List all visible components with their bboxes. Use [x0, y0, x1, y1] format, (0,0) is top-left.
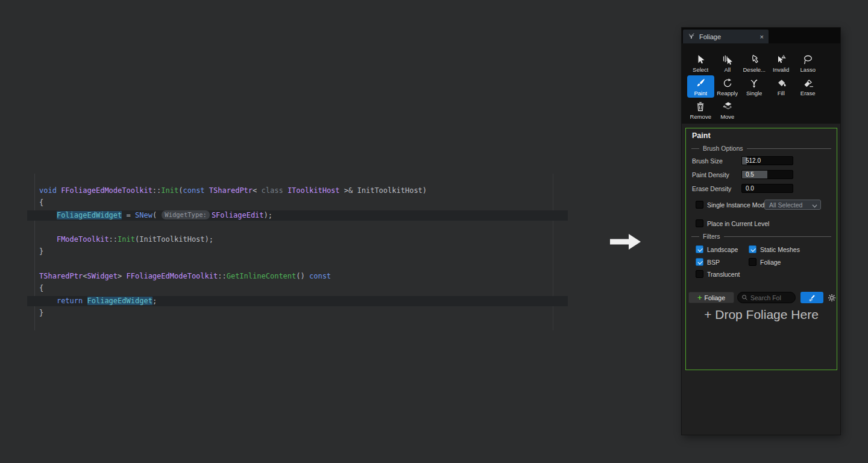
- filter-checkbox-static-meshes[interactable]: [749, 245, 756, 253]
- tool-move[interactable]: Move: [714, 99, 741, 121]
- field-value: 0.0: [746, 184, 754, 192]
- brush-options-label: Brush Options: [703, 145, 743, 152]
- field-label: Paint Density: [692, 171, 729, 178]
- tool-invalid[interactable]: Invalid: [768, 52, 795, 74]
- tool-label: Move: [720, 113, 734, 120]
- tool-label: Invalid: [773, 66, 789, 73]
- trash-icon: [694, 101, 706, 113]
- tool-label: Reapply: [717, 90, 738, 96]
- highlighted-identifier: FoliageEdWidget: [57, 211, 122, 219]
- filter-checkbox-bsp[interactable]: [696, 258, 703, 266]
- tool-lasso[interactable]: Lasso: [794, 52, 822, 74]
- tab-foliage[interactable]: Foliage ×: [683, 30, 769, 43]
- move-layers-icon: [722, 101, 734, 113]
- paint-mode-section: Paint Brush Options Brush Size512.0Paint…: [685, 128, 837, 370]
- invalid-cursor-icon: [775, 54, 787, 66]
- foliage-icon: [688, 31, 696, 42]
- brush-options-separator: Brush Options: [691, 145, 831, 152]
- select-cursor-icon: [694, 54, 706, 66]
- single-instance-icon: [748, 77, 760, 89]
- code-line: }: [39, 307, 427, 319]
- filter-label: Static Meshes: [760, 246, 800, 253]
- tab-title: Foliage: [699, 33, 721, 40]
- tool-row: SelectAllDesele...InvalidLasso: [687, 52, 822, 74]
- field-label: Brush Size: [692, 157, 723, 165]
- tool-label: Select: [693, 66, 708, 73]
- parameter-hint: WidgetType:: [162, 210, 210, 219]
- brush-size-input[interactable]: 512.0: [741, 156, 793, 165]
- tool-desele[interactable]: Desele...: [741, 52, 768, 74]
- tool-label: Lasso: [800, 66, 816, 73]
- code-editor: void FFoliageEdModeToolkit::Init(const T…: [0, 0, 603, 463]
- right-arrow-icon: [610, 233, 641, 253]
- panel-tab-bar: Foliage ×: [682, 28, 840, 43]
- tool-label: Fill: [778, 90, 785, 96]
- single-instance-label: Single Instance Mode:: [707, 201, 770, 209]
- single-instance-checkbox[interactable]: [696, 201, 703, 209]
- editor-gutter-divider: [34, 174, 35, 330]
- brush-size-row: Brush Size512.0: [686, 156, 837, 166]
- paintbrush-edit-icon: [808, 294, 816, 302]
- select-all-cursor-icon: [722, 54, 734, 66]
- tool-label: Single: [746, 90, 762, 96]
- tool-fill[interactable]: Fill: [768, 75, 795, 98]
- code-lines[interactable]: void FFoliageEdModeToolkit::Init(const T…: [39, 184, 427, 319]
- tool-all[interactable]: All: [714, 52, 741, 74]
- code-line: FModeToolkit::Init(InitToolkitHost);: [39, 233, 427, 245]
- tool-label: Paint: [694, 90, 707, 96]
- single-instance-row: Single Instance Mode: All Selected: [686, 201, 837, 210]
- single-instance-dropdown[interactable]: All Selected: [764, 200, 821, 210]
- eraser-icon: [802, 77, 814, 89]
- code-line: return FoliageEdWidget;: [39, 295, 427, 307]
- tool-paint[interactable]: Paint: [687, 75, 714, 98]
- tool-select[interactable]: Select: [687, 52, 714, 74]
- place-in-level-checkbox[interactable]: [696, 219, 703, 227]
- place-in-level-row: Place in Current Level: [686, 219, 837, 229]
- paint-brush-toggle-button[interactable]: [800, 292, 823, 303]
- code-line: {: [39, 197, 427, 209]
- code-line: void FFoliageEdModeToolkit::Init(const T…: [39, 184, 427, 197]
- foliage-search[interactable]: [737, 292, 796, 303]
- paint-density-input[interactable]: 0.5: [741, 170, 793, 179]
- close-icon[interactable]: ×: [760, 33, 764, 40]
- filter-label: Translucent: [707, 271, 740, 278]
- search-input[interactable]: [750, 294, 793, 301]
- tool-single[interactable]: Single: [741, 75, 768, 98]
- reapply-icon: [722, 77, 734, 89]
- code-line: [39, 258, 427, 270]
- gear-icon: [827, 293, 837, 303]
- settings-button[interactable]: [826, 292, 837, 303]
- search-icon: [741, 294, 748, 301]
- tool-label: Desele...: [743, 66, 766, 73]
- tool-remove[interactable]: Remove: [687, 99, 714, 121]
- filters-separator: Filters: [691, 233, 831, 240]
- filter-label: Foliage: [760, 259, 781, 266]
- code-line: [39, 221, 427, 233]
- code-line: TSharedPtr<SWidget> FFoliageEdModeToolki…: [39, 270, 427, 282]
- filter-checkbox-landscape[interactable]: [696, 245, 703, 253]
- code-line: }: [39, 245, 427, 257]
- tool-row: RemoveMove: [687, 99, 741, 121]
- erase-density-input[interactable]: 0.0: [741, 184, 793, 193]
- fill-bucket-icon: [775, 77, 787, 89]
- place-in-level-label: Place in Current Level: [707, 220, 769, 227]
- field-label: Erase Density: [692, 185, 731, 192]
- filters-label: Filters: [703, 233, 720, 240]
- add-foliage-button[interactable]: + Foliage: [688, 292, 734, 303]
- drop-foliage-zone[interactable]: + Drop Foliage Here: [686, 307, 837, 322]
- chevron-down-icon: [812, 200, 817, 210]
- filter-checkbox-translucent[interactable]: [696, 270, 703, 278]
- highlighted-identifier: FoliageEdWidget: [87, 297, 153, 305]
- foliage-toolbar: SelectAllDesele...InvalidLassoPaintReapp…: [682, 43, 840, 124]
- dropdown-value: All Selected: [769, 201, 812, 209]
- erase-density-row: Erase Density0.0: [686, 184, 837, 194]
- paintbrush-icon: [694, 77, 706, 89]
- lasso-icon: [802, 54, 814, 66]
- filter-checkbox-foliage[interactable]: [749, 258, 756, 266]
- filter-label: Landscape: [707, 246, 738, 253]
- tool-erase[interactable]: Erase: [794, 75, 822, 98]
- paint-density-row: Paint Density0.5: [686, 170, 837, 180]
- tool-label: Erase: [800, 90, 816, 96]
- deselect-cursor-icon: [748, 54, 760, 66]
- tool-reapply[interactable]: Reapply: [714, 75, 741, 98]
